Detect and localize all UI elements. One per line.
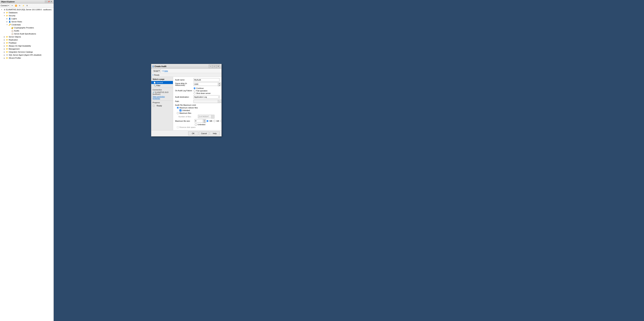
tree-item-security[interactable]: ▼ 📁 Security <box>0 14 54 17</box>
audit-file-max-label: Audit File Maximum Limit: <box>175 104 196 106</box>
tb-radio[interactable] <box>220 120 222 122</box>
credentials-label: Credentials <box>12 24 53 26</box>
audits-icon: 📋 <box>11 30 14 32</box>
collapse-button[interactable]: ⬆ <box>25 4 29 7</box>
expand-polybase[interactable]: ▶ <box>3 42 6 44</box>
modal-status-bar: ℹ Ready <box>151 73 222 77</box>
expand-server-objects[interactable]: ▶ <box>3 36 6 38</box>
size-down-button[interactable]: ▼ <box>203 121 206 123</box>
expand-security[interactable]: ▼ <box>3 14 6 17</box>
progress-row: ○ Ready <box>151 104 173 108</box>
audit-destination-select[interactable]: Application Log Security Log File <box>194 95 220 99</box>
mb-radio[interactable] <box>206 120 208 122</box>
polybase-label: PolyBase <box>9 42 53 44</box>
path-input-wrapper: … <box>194 100 222 103</box>
path-input[interactable] <box>194 100 218 103</box>
ok-button[interactable]: OK <box>188 131 198 135</box>
tree-item-server[interactable]: ▼ 🖥 ELANATIVE-2k19 (SQL Server 16.0.1000… <box>0 8 54 11</box>
tree-item-databases[interactable]: ▶ 📁 Databases <box>0 11 54 14</box>
expand-credentials[interactable]: ▼ <box>6 23 8 26</box>
expand-server[interactable]: ▼ <box>0 8 3 11</box>
filter2-button[interactable]: ⚡ <box>22 4 25 7</box>
filter-button[interactable]: 🔽 <box>14 4 18 7</box>
modal-minimize-button[interactable]: ─ <box>209 65 212 68</box>
fail-operation-radio[interactable] <box>194 90 196 92</box>
path-browse-button[interactable]: … <box>218 100 222 103</box>
tree-item-credentials[interactable]: ▼ 🔑 Credentials <box>0 23 54 26</box>
gb-radio[interactable] <box>214 120 216 122</box>
modal-close-button[interactable]: ✕ <box>216 65 220 68</box>
audits-label: Audits <box>14 30 53 32</box>
filter-page-icon: 🔍 <box>154 85 156 87</box>
tree-item-sql-agent[interactable]: ▶ ⚙ SQL Server Agent (Agent XPs disabled… <box>0 54 54 57</box>
tree-item-server-roles[interactable]: ▶ 👤 Server Roles <box>0 20 54 23</box>
expand-xevent-profiler[interactable]: ▶ <box>3 57 6 59</box>
close-button[interactable]: ✕ <box>50 1 52 3</box>
path-label: Path: <box>175 100 194 102</box>
max-rollover-radio[interactable] <box>177 107 179 109</box>
number-of-files-down-button[interactable]: ▼ <box>212 117 214 118</box>
refresh-button[interactable]: ↻ <box>18 4 21 7</box>
help-footer-button[interactable]: Help <box>210 131 220 135</box>
size-unlimited-checkbox[interactable] <box>195 124 197 126</box>
databases-icon: 📁 <box>6 11 8 14</box>
expand-logins[interactable]: ▶ <box>6 17 8 20</box>
tree-item-audits[interactable]: 📋 Audits <box>0 29 54 32</box>
reserve-disk-space-checkbox[interactable] <box>177 126 179 128</box>
toolbar-separator: | <box>162 70 162 72</box>
rollover-unlimited-label: Unlimited <box>182 109 190 111</box>
tree-item-xevent-profiler[interactable]: ▶ 📁 XEvent Profiler <box>0 57 54 60</box>
tree-item-management[interactable]: ▶ 📁 Management <box>0 47 54 51</box>
page-filter[interactable]: 🔍 Filter <box>151 84 173 87</box>
tree-item-logins[interactable]: ▶ 👤 Logins <box>0 17 54 20</box>
number-of-files-up-button[interactable]: ▲ <box>212 115 214 117</box>
expand-always-on[interactable]: ▶ <box>3 45 6 47</box>
audit-name-row: Audit name: <box>175 78 220 82</box>
tree-item-replication[interactable]: ▶ 📁 Replication <box>0 38 54 41</box>
size-unlimited-row: Unlimited <box>175 124 220 126</box>
number-of-files-input[interactable] <box>198 115 211 118</box>
new-query-button[interactable]: ✏ <box>10 4 14 7</box>
connect-label: Connect <box>1 5 8 7</box>
queue-delay-down-button[interactable]: ▼ <box>218 84 221 86</box>
cryptographic-icon: 🔐 <box>11 26 14 29</box>
expand-sql-agent[interactable]: ▶ <box>3 54 6 56</box>
script-button[interactable]: Script ▾ <box>152 69 161 73</box>
expand-integration-services[interactable]: ▶ <box>3 51 6 53</box>
tree-item-integration-services[interactable]: ▶ 📁 Integration Services Catalogs <box>0 51 54 54</box>
max-files-row: Maximum files <box>175 112 220 114</box>
pin-button[interactable]: 📌 <box>48 1 50 3</box>
modal-left-panel: Select a page 📄 General 🔍 Filter Connect… <box>151 77 173 130</box>
minimize-button[interactable]: ─ <box>45 1 47 3</box>
shut-down-radio[interactable] <box>194 92 196 94</box>
tree-item-polybase[interactable]: ▶ 📁 PolyBase <box>0 41 54 44</box>
connection-icon: 🔗 <box>152 91 154 93</box>
page-general[interactable]: 📄 General <box>151 81 173 84</box>
max-files-radio[interactable] <box>177 112 179 114</box>
cancel-button[interactable]: Cancel <box>199 131 209 135</box>
connect-dropdown-arrow[interactable]: ▾ <box>8 5 9 7</box>
tree-item-server-objects[interactable]: ▶ 📁 Server Objects <box>0 35 54 38</box>
view-connection-properties-link[interactable]: View connection properties <box>151 96 173 100</box>
tree-item-cryptographic[interactable]: 🔐 Cryptographic Providers <box>0 26 54 29</box>
continue-option-row: Continue <box>194 87 220 89</box>
expand-replication[interactable]: ▶ <box>3 39 6 41</box>
queue-delay-up-button[interactable]: ▲ <box>218 83 221 84</box>
size-up-button[interactable]: ▲ <box>203 119 206 121</box>
sql-agent-label: SQL Server Agent (Agent XPs disabled) <box>9 54 53 56</box>
server-roles-icon: 👤 <box>8 20 11 23</box>
audit-name-input[interactable] <box>194 78 220 82</box>
expand-management[interactable]: ▶ <box>3 48 6 50</box>
rollover-unlimited-checkbox[interactable] <box>180 109 182 111</box>
queue-delay-input[interactable] <box>194 83 218 86</box>
polybase-icon: 📁 <box>6 42 8 44</box>
expand-server-roles[interactable]: ▶ <box>6 20 8 23</box>
modal-maximize-button[interactable]: □ <box>212 65 216 68</box>
continue-radio[interactable] <box>194 87 196 89</box>
expand-databases[interactable]: ▶ <box>3 11 6 14</box>
security-label: Security <box>9 15 53 17</box>
security-icon: 📁 <box>6 14 8 17</box>
tree-item-always-on[interactable]: ▶ 📁 Always On High Availability <box>0 44 54 47</box>
tree-item-audit-specs[interactable]: 📋 Server Audit Specifications <box>0 32 54 35</box>
size-input[interactable] <box>194 119 203 123</box>
